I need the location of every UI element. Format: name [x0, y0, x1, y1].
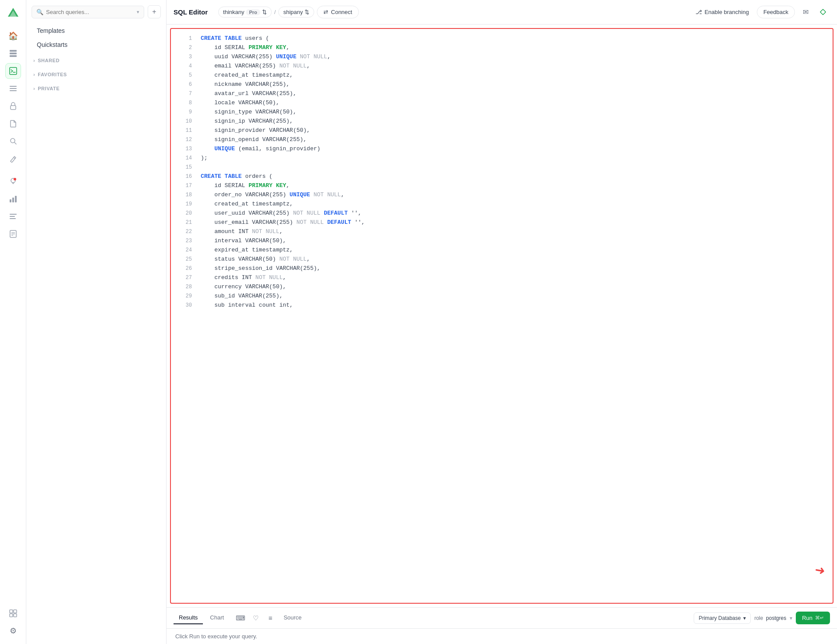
breadcrumb-org[interactable]: thinkany Pro ⇅	[218, 7, 272, 18]
puzzle-icon-btn[interactable]	[5, 605, 21, 621]
search-input[interactable]	[46, 9, 134, 15]
svg-rect-3	[10, 53, 17, 54]
menu-icon[interactable]: ≡	[264, 612, 277, 624]
editor-container: 1 CREATE TABLE users ( 2 id SERIAL PRIMA…	[167, 25, 837, 607]
doc-icon-btn[interactable]	[5, 226, 21, 242]
svg-rect-20	[10, 216, 15, 217]
svg-rect-4	[10, 55, 17, 57]
sidebar-item-quickstarts[interactable]: Quickstarts	[30, 38, 163, 52]
keyboard-icon[interactable]: ⌨	[234, 612, 247, 624]
lock-icon-btn[interactable]	[5, 98, 21, 114]
connect-button[interactable]: ⇄ Connect	[317, 6, 358, 18]
bottom-icons: ⌨ ♡ ≡	[234, 612, 277, 624]
search2-icon-btn[interactable]	[5, 133, 21, 149]
svg-rect-10	[11, 106, 16, 110]
breadcrumb-project[interactable]: shipany ⇅	[278, 7, 314, 18]
code-line-30: 30 sub interval count int,	[171, 301, 833, 310]
search-box[interactable]: 🔍 ▾	[32, 6, 144, 18]
code-line-21: 21 user_email VARCHAR(255) NOT NULL DEFA…	[171, 218, 833, 227]
tab-results[interactable]: Results	[174, 612, 203, 624]
svg-rect-7	[10, 86, 17, 87]
code-line-17: 17 id SERIAL PRIMARY KEY,	[171, 181, 833, 191]
code-line-13: 13 UNIQUE (email, signin_provider)	[171, 145, 833, 154]
chevron-up-down-icon: ⇅	[262, 9, 267, 15]
code-line-14: 14 );	[171, 154, 833, 163]
bottom-right: Primary Database ▾ role postgres ▾ Run ⌘…	[694, 612, 830, 624]
wand-icon-btn[interactable]	[5, 151, 21, 166]
code-line-4: 4 email VARCHAR(255) NOT NULL,	[171, 62, 833, 71]
code-line-20: 20 user_uuid VARCHAR(255) NOT NULL DEFAU…	[171, 209, 833, 218]
terminal-icon-btn[interactable]	[5, 63, 21, 79]
add-query-button[interactable]: +	[148, 5, 161, 18]
code-line-27: 27 credits INT NOT NULL,	[171, 273, 833, 283]
sidebar: 🔍 ▾ + Templates Quickstarts › SHARED › F…	[26, 0, 167, 644]
branch-icon: ⎇	[695, 9, 702, 15]
sidebar-item-templates[interactable]: Templates	[30, 24, 163, 38]
code-line-22: 22 amount INT NOT NULL,	[171, 227, 833, 237]
sidebar-section-private-header[interactable]: › PRIVATE	[33, 86, 159, 91]
code-line-3: 3 uuid VARCHAR(255) UNIQUE NOT NULL,	[171, 53, 833, 62]
svg-rect-2	[10, 50, 17, 52]
header-right: ⎇ Enable branching Feedback ✉	[691, 5, 830, 19]
bulb-icon-btn[interactable]	[5, 173, 21, 189]
chart-icon-btn[interactable]	[5, 191, 21, 207]
svg-rect-9	[10, 90, 17, 91]
sidebar-search-area: 🔍 ▾ +	[26, 5, 166, 24]
sidebar-section-favorites: › FAVORITES	[26, 69, 166, 80]
code-editor[interactable]: 1 CREATE TABLE users ( 2 id SERIAL PRIMA…	[171, 34, 833, 310]
code-line-1: 1 CREATE TABLE users (	[171, 34, 833, 43]
org-name: thinkany	[223, 9, 244, 15]
svg-point-15	[14, 178, 16, 180]
heart-icon[interactable]: ♡	[249, 612, 262, 624]
project-name: shipany	[283, 9, 303, 15]
notifications-button[interactable]: ✉	[798, 5, 812, 19]
settings-icon-btn[interactable]: ⚙	[5, 623, 21, 639]
home-icon-btn[interactable]: 🏠	[5, 28, 21, 44]
feedback-button[interactable]: Feedback	[757, 6, 795, 18]
list-icon-btn[interactable]	[5, 81, 21, 96]
tab-chart[interactable]: Chart	[205, 612, 229, 624]
editor-wrapper[interactable]: 1 CREATE TABLE users ( 2 id SERIAL PRIMA…	[170, 28, 833, 604]
chevron-right-icon-3: ›	[33, 86, 35, 91]
code-line-9: 9 signin_type VARCHAR(50),	[171, 108, 833, 117]
run-button[interactable]: Run ⌘↵	[796, 612, 830, 624]
code-line-11: 11 signin_provider VARCHAR(50),	[171, 126, 833, 135]
sidebar-section-favorites-header[interactable]: › FAVORITES	[33, 72, 159, 77]
tab-source[interactable]: Source	[278, 612, 307, 624]
code-line-18: 18 order_no VARCHAR(255) UNIQUE NOT NULL…	[171, 191, 833, 200]
icon-bar: 🏠 ⚙	[0, 0, 26, 644]
role-value: postgres	[766, 615, 786, 621]
breadcrumb-separator: /	[274, 9, 276, 15]
diamond-icon-btn[interactable]	[816, 5, 830, 19]
code-line-12: 12 signin_openid VARCHAR(255),	[171, 135, 833, 145]
code-line-23: 23 interval VARCHAR(50),	[171, 237, 833, 246]
chevron-down-icon-role[interactable]: ▾	[790, 615, 792, 621]
file-icon-btn[interactable]	[5, 116, 21, 131]
table-icon-btn[interactable]	[5, 46, 21, 61]
code-line-19: 19 created_at timestamptz,	[171, 200, 833, 209]
run-label: Run	[802, 615, 812, 621]
code-line-2: 2 id SERIAL PRIMARY KEY,	[171, 43, 833, 53]
enable-branching-label: Enable branching	[705, 9, 749, 15]
svg-rect-21	[10, 218, 16, 219]
code-line-29: 29 sub_id VARCHAR(255),	[171, 292, 833, 301]
app-logo[interactable]	[5, 5, 21, 21]
menu3-icon-btn[interactable]	[5, 209, 21, 224]
code-line-5: 5 created_at timestamptz,	[171, 71, 833, 80]
svg-rect-17	[12, 198, 14, 202]
code-line-25: 25 status VARCHAR(50) NOT NULL,	[171, 255, 833, 264]
db-selector[interactable]: Primary Database ▾	[694, 612, 751, 624]
connect-icon: ⇄	[323, 9, 328, 15]
status-bar: Click Run to execute your query.	[167, 628, 837, 644]
connect-label: Connect	[331, 9, 352, 15]
chevron-right-icon-2: ›	[33, 72, 35, 77]
code-line-24: 24 expired_at timestamptz,	[171, 246, 833, 255]
sidebar-section-shared: › SHARED	[26, 55, 166, 66]
enable-branching-button[interactable]: ⎇ Enable branching	[691, 6, 753, 18]
chevron-down-icon: ▾	[137, 9, 139, 15]
header: SQL Editor thinkany Pro ⇅ / shipany ⇅ ⇄ …	[167, 0, 837, 25]
code-line-7: 7 avatar_url VARCHAR(255),	[171, 89, 833, 99]
svg-rect-27	[14, 610, 17, 613]
sidebar-section-shared-header[interactable]: › SHARED	[33, 58, 159, 63]
svg-rect-18	[15, 196, 17, 202]
